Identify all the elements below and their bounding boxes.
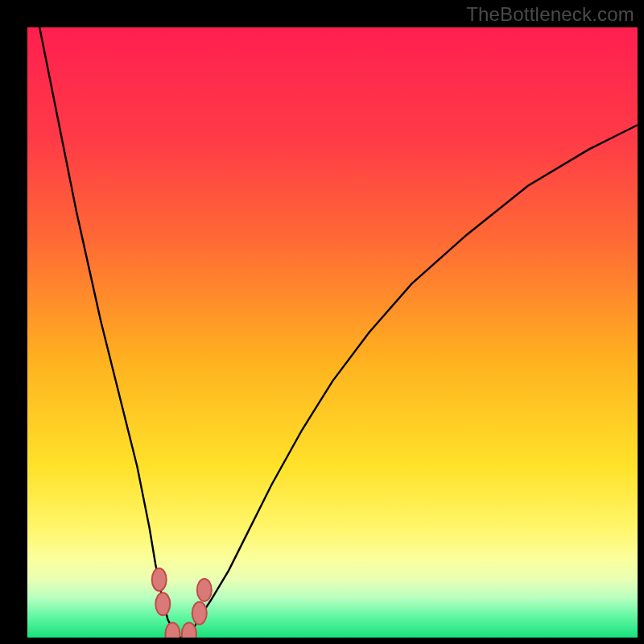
marker-bottom-right	[182, 622, 196, 638]
marker-left-upper	[152, 568, 167, 591]
chart-frame: TheBottleneck.com	[0, 0, 644, 644]
watermark-text: TheBottleneck.com	[466, 3, 634, 26]
marker-right-upper	[197, 579, 212, 601]
plot-area	[27, 27, 638, 638]
marker-right-lower	[192, 602, 207, 625]
curve-layer	[27, 27, 638, 638]
marker-bottom-left	[165, 622, 180, 638]
curve-markers	[152, 568, 212, 638]
bottleneck-curve	[39, 27, 638, 638]
marker-left-lower	[155, 592, 170, 615]
